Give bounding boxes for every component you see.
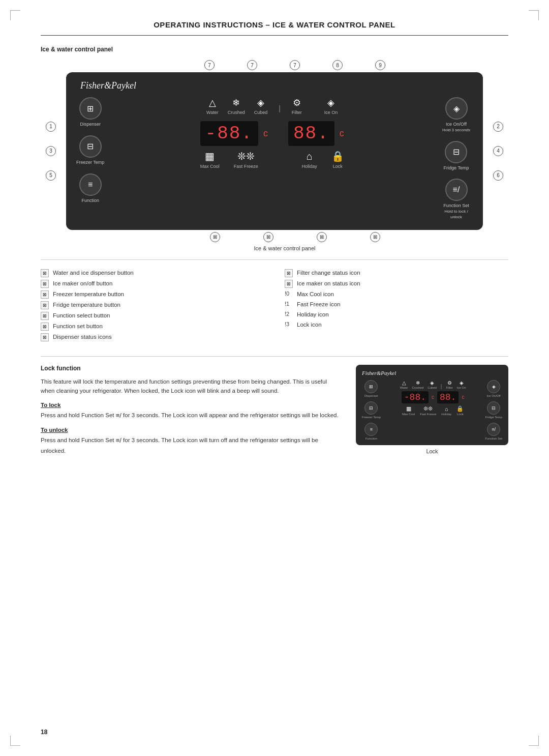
mini-freezer-label: Freezer Temp <box>362 416 381 419</box>
mini-display-row: -88. c 88. c <box>402 391 465 403</box>
fridge-temp-icon: ⊟ <box>445 141 467 163</box>
holiday-icon: ⌂ <box>307 151 313 162</box>
legend-text-7: Dispenser status icons <box>53 333 112 341</box>
ice-on-icon: ◈ <box>327 97 334 108</box>
function-set-inline-icon: ≡/ <box>116 411 121 421</box>
title-divider <box>41 35 508 36</box>
legend-text-5: Function select button <box>53 312 110 319</box>
legend: ⊠ Water and ice dispenser button ⊠ Ice m… <box>41 269 508 344</box>
freezer-unit: c <box>263 128 268 139</box>
crushed-icon: ❄ <box>232 97 240 108</box>
mini-fridge-temp-label: Fridge Temp <box>485 416 502 419</box>
callout-8: 8 <box>332 60 343 70</box>
holiday-item: ⌂ Holiday <box>302 151 317 169</box>
side-callouts-left: 1 3 5 <box>46 122 56 181</box>
legend-icon-5: ⊠ <box>41 312 49 320</box>
corner-mark-bl <box>10 736 20 746</box>
to-unlock-text: Press and hold Function Set ≡/ for 3 sec… <box>41 435 341 455</box>
cubed-label: Cubed <box>254 110 268 115</box>
legend-icon-6: ⊠ <box>41 323 49 331</box>
freezer-display: -88. <box>200 121 258 146</box>
mini-fridge-temp-btn: ⊟ <box>487 401 500 415</box>
function-icons-row: ▦ Max Cool ❊❊ Fast Freeze ⌂ Holiday <box>200 150 344 169</box>
max-cool-label: Max Cool <box>200 164 220 169</box>
legend-num-11: !1 <box>285 301 293 307</box>
dispenser-icon: ⊞ <box>79 97 102 120</box>
legend-item-4: ⊠ Fridge temperature button <box>41 301 264 309</box>
crushed-label: Crushed <box>228 110 245 115</box>
legend-text-6: Function set button <box>53 323 103 330</box>
legend-item-6: ⊠ Function set button <box>41 323 264 331</box>
mini-freezer-btn: ⊟ <box>364 401 378 415</box>
cubed-icon-item: ◈ Cubed <box>254 97 268 115</box>
fridge-temp-button[interactable]: ⊟ Fridge Temp <box>444 141 469 171</box>
filter-icon-item: ⚙ Filter <box>292 97 302 115</box>
fast-freeze-label: Fast Freeze <box>234 164 258 169</box>
callout-1: 1 <box>46 122 56 132</box>
ice-on-off-button[interactable]: ◈ Ice On/OffHold 3 seconds <box>442 97 470 133</box>
mini-max-cool: ▦ Max Cool <box>402 405 415 416</box>
callout-4: 4 <box>493 146 503 156</box>
legend-icon-8: ⊠ <box>285 269 293 277</box>
max-cool-item: ▦ Max Cool <box>200 150 220 169</box>
legend-text-12: Holiday icon <box>297 311 329 318</box>
dispenser-label: Dispenser <box>80 122 101 127</box>
page-title: OPERATING INSTRUCTIONS – ICE & WATER CON… <box>41 20 508 29</box>
mini-freezer-display: -88. <box>402 391 429 403</box>
lock-label: Lock <box>333 164 343 169</box>
fridge-temp-label: Fridge Temp <box>444 165 469 171</box>
dispenser-button[interactable]: ⊞ Dispenser <box>79 97 102 127</box>
mini-function-label: Function <box>365 437 377 440</box>
lock-icon: 🔒 <box>331 150 344 162</box>
filter-label: Filter <box>292 110 302 115</box>
mini-panel-caption: Lock <box>356 448 508 454</box>
mini-dispenser-btn: ⊞ <box>364 380 378 393</box>
callout-b1: ⊠ <box>210 232 220 242</box>
legend-item-9: ⊠ Ice maker on status icon <box>285 280 508 288</box>
legend-text-9: Ice maker on status icon <box>297 280 360 287</box>
mini-function-btn: ≡ <box>364 423 378 436</box>
side-callouts-right: 2 4 6 <box>493 122 503 181</box>
function-button[interactable]: ≡ Function <box>79 173 102 203</box>
page-number: 18 <box>41 729 47 736</box>
mini-ice-on: ◈ Ice On <box>457 380 466 389</box>
function-icon: ≡ <box>79 173 102 196</box>
ice-on-icon-item: ◈ Ice On <box>324 97 338 115</box>
freezer-temp-label: Freezer Temp <box>76 160 104 165</box>
display-row: -88. c 88. c <box>200 121 344 146</box>
legend-num-10: !0 <box>285 290 293 297</box>
max-cool-icon: ▦ <box>205 150 215 162</box>
legend-item-8: ⊠ Filter change status icon <box>285 269 508 277</box>
holiday-label: Holiday <box>302 164 317 169</box>
callout-5: 5 <box>46 170 56 181</box>
callout-b2: ⊠ <box>263 232 273 242</box>
callout-b3: ⊠ <box>317 232 327 242</box>
legend-text-13: Lock icon <box>297 321 322 329</box>
panel-outer-row: 1 3 5 Fisher&Paykel ⊞ Dispenser <box>46 72 503 230</box>
legend-item-5: ⊠ Function select button <box>41 312 264 320</box>
legend-icon-9: ⊠ <box>285 280 293 288</box>
mini-lock: 🔒 Lock <box>456 405 464 416</box>
water-icon-item: △ Water <box>206 97 219 115</box>
legend-num-13: !3 <box>285 321 293 327</box>
to-lock-text: Press and hold Function Set ≡/ for 3 sec… <box>41 411 341 421</box>
legend-text-2: Ice maker on/off button <box>53 280 112 287</box>
callout-7a: 7 <box>204 60 215 70</box>
legend-item-7: ⊠ Dispenser status icons <box>41 333 264 341</box>
lock-item: 🔒 Lock <box>331 150 344 169</box>
legend-num-12: !2 <box>285 311 293 317</box>
section-label: Ice & water control panel <box>41 46 508 53</box>
mini-water: △ Water <box>400 380 408 389</box>
callout-9: 9 <box>375 60 385 70</box>
legend-item-13: !3 Lock icon <box>285 321 508 329</box>
control-panel: Fisher&Paykel ⊞ Dispenser ⊟ Freezer Temp <box>66 72 483 230</box>
mini-fridge-unit: c <box>462 394 464 400</box>
function-set-button[interactable]: ≡/ Function SetHold to lock / unlock <box>440 179 473 219</box>
callout-b4: ⊠ <box>370 232 380 242</box>
mini-icons-row: △ Water ❄ Crushed ◈ Cubed | <box>400 380 466 389</box>
lock-section-divider <box>41 356 508 357</box>
fridge-display: 88. <box>288 121 334 146</box>
legend-text-11: Fast Freeze icon <box>297 301 341 308</box>
callout-7c: 7 <box>290 60 300 70</box>
freezer-temp-button[interactable]: ⊟ Freezer Temp <box>76 135 104 165</box>
